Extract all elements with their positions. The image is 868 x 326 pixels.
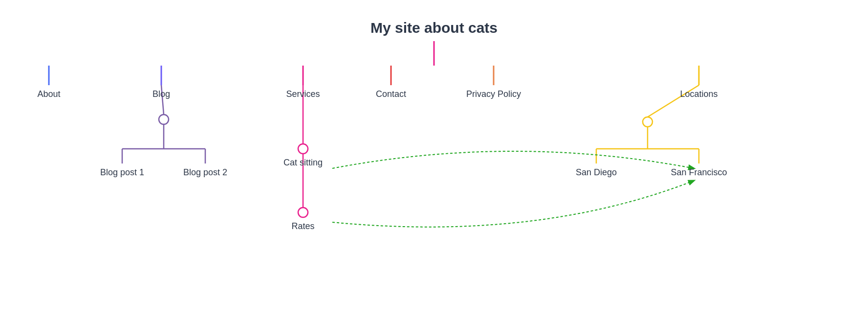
privacy-label: Privacy Policy bbox=[466, 89, 521, 99]
contact-label: Contact bbox=[376, 89, 406, 99]
services-label: Services bbox=[286, 89, 320, 99]
locations-label: Locations bbox=[680, 89, 717, 99]
svg-point-15 bbox=[298, 144, 308, 154]
blog-post-1-label: Blog post 1 bbox=[100, 167, 144, 178]
blog-label: Blog bbox=[152, 89, 170, 99]
about-label: About bbox=[37, 89, 60, 99]
tree-area: About Blog Services Contact Privacy Poli… bbox=[0, 36, 868, 326]
rates-label: Rates bbox=[291, 221, 314, 232]
svg-point-21 bbox=[643, 117, 652, 127]
san-diego-label: San Diego bbox=[576, 167, 617, 178]
page-container: My site about cats bbox=[0, 0, 868, 326]
cat-sitting-label: Cat sitting bbox=[283, 158, 323, 168]
svg-point-17 bbox=[298, 208, 308, 217]
blog-post-2-label: Blog post 2 bbox=[183, 167, 227, 178]
tree-svg bbox=[0, 36, 868, 320]
svg-point-12 bbox=[159, 115, 169, 124]
page-title: My site about cats bbox=[370, 20, 498, 36]
san-francisco-label: San Francisco bbox=[671, 167, 727, 178]
